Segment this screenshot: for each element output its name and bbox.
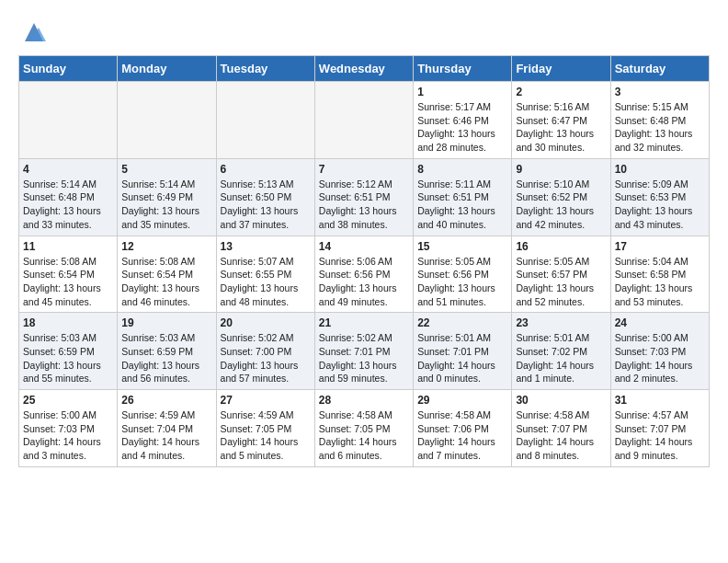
calendar-day-cell: 10Sunrise: 5:09 AM Sunset: 6:53 PM Dayli… — [610, 158, 709, 236]
calendar-day-cell: 11Sunrise: 5:08 AM Sunset: 6:54 PM Dayli… — [19, 236, 118, 313]
calendar-week-row: 1Sunrise: 5:17 AM Sunset: 6:46 PM Daylig… — [19, 82, 710, 159]
calendar-day-cell: 2Sunrise: 5:16 AM Sunset: 6:47 PM Daylig… — [512, 82, 610, 159]
calendar-day-cell: 15Sunrise: 5:05 AM Sunset: 6:56 PM Dayli… — [414, 236, 512, 313]
day-number: 16 — [516, 240, 606, 253]
day-info: Sunrise: 5:16 AM Sunset: 6:47 PM Dayligh… — [516, 100, 606, 155]
calendar-week-row: 25Sunrise: 5:00 AM Sunset: 7:03 PM Dayli… — [19, 390, 710, 467]
calendar-day-cell: 24Sunrise: 5:00 AM Sunset: 7:03 PM Dayli… — [610, 313, 709, 390]
day-info: Sunrise: 5:10 AM Sunset: 6:52 PM Dayligh… — [516, 178, 606, 232]
calendar-day-cell: 31Sunrise: 4:57 AM Sunset: 7:07 PM Dayli… — [610, 390, 709, 467]
day-number: 8 — [417, 163, 507, 176]
day-info: Sunrise: 5:12 AM Sunset: 6:51 PM Dayligh… — [319, 178, 409, 232]
day-number: 9 — [516, 163, 606, 176]
day-info: Sunrise: 4:59 AM Sunset: 7:04 PM Dayligh… — [121, 408, 211, 463]
calendar-day-cell: 23Sunrise: 5:01 AM Sunset: 7:02 PM Dayli… — [512, 313, 610, 390]
calendar-day-cell: 5Sunrise: 5:14 AM Sunset: 6:49 PM Daylig… — [118, 158, 216, 236]
logo — [18, 18, 48, 46]
day-number: 30 — [516, 394, 606, 407]
weekday-header: Friday — [512, 56, 610, 82]
day-number: 19 — [121, 316, 211, 329]
day-number: 29 — [417, 394, 507, 407]
day-info: Sunrise: 5:02 AM Sunset: 7:00 PM Dayligh… — [221, 331, 311, 385]
calendar-day-cell: 4Sunrise: 5:14 AM Sunset: 6:48 PM Daylig… — [19, 158, 118, 236]
day-info: Sunrise: 5:14 AM Sunset: 6:49 PM Dayligh… — [121, 178, 211, 232]
day-info: Sunrise: 5:09 AM Sunset: 6:53 PM Dayligh… — [615, 178, 705, 232]
day-number: 2 — [516, 86, 606, 98]
weekday-header: Monday — [118, 56, 216, 82]
calendar-day-cell: 12Sunrise: 5:08 AM Sunset: 6:54 PM Dayli… — [118, 236, 216, 313]
day-info: Sunrise: 4:58 AM Sunset: 7:05 PM Dayligh… — [319, 408, 409, 463]
calendar-day-cell: 9Sunrise: 5:10 AM Sunset: 6:52 PM Daylig… — [512, 158, 610, 236]
calendar-day-cell: 25Sunrise: 5:00 AM Sunset: 7:03 PM Dayli… — [19, 390, 118, 467]
calendar-day-cell: 6Sunrise: 5:13 AM Sunset: 6:50 PM Daylig… — [216, 158, 314, 236]
day-info: Sunrise: 5:01 AM Sunset: 7:02 PM Dayligh… — [516, 331, 606, 385]
day-info: Sunrise: 5:17 AM Sunset: 6:46 PM Dayligh… — [417, 100, 507, 155]
day-number: 7 — [319, 163, 409, 176]
day-number: 25 — [23, 394, 113, 407]
weekday-header: Sunday — [19, 56, 118, 82]
calendar-day-cell — [19, 82, 118, 159]
calendar-day-cell: 18Sunrise: 5:03 AM Sunset: 6:59 PM Dayli… — [19, 313, 118, 390]
calendar-day-cell — [118, 82, 216, 159]
day-number: 20 — [221, 316, 311, 329]
calendar-day-cell: 29Sunrise: 4:58 AM Sunset: 7:06 PM Dayli… — [414, 390, 512, 467]
day-number: 6 — [221, 163, 311, 176]
calendar-week-row: 18Sunrise: 5:03 AM Sunset: 6:59 PM Dayli… — [19, 313, 710, 390]
calendar-day-cell: 1Sunrise: 5:17 AM Sunset: 6:46 PM Daylig… — [414, 82, 512, 159]
day-info: Sunrise: 5:03 AM Sunset: 6:59 PM Dayligh… — [121, 331, 211, 385]
day-info: Sunrise: 5:04 AM Sunset: 6:58 PM Dayligh… — [615, 255, 705, 309]
day-number: 23 — [516, 316, 606, 329]
calendar-day-cell: 27Sunrise: 4:59 AM Sunset: 7:05 PM Dayli… — [216, 390, 314, 467]
calendar-day-cell: 8Sunrise: 5:11 AM Sunset: 6:51 PM Daylig… — [414, 158, 512, 236]
day-info: Sunrise: 5:05 AM Sunset: 6:56 PM Dayligh… — [417, 255, 507, 309]
weekday-header: Thursday — [414, 56, 512, 82]
day-number: 13 — [221, 240, 311, 253]
weekday-header: Saturday — [610, 56, 709, 82]
day-info: Sunrise: 5:03 AM Sunset: 6:59 PM Dayligh… — [23, 331, 113, 385]
day-number: 21 — [319, 316, 409, 329]
calendar-week-row: 4Sunrise: 5:14 AM Sunset: 6:48 PM Daylig… — [19, 158, 710, 236]
day-number: 18 — [23, 316, 113, 329]
day-number: 24 — [615, 316, 705, 329]
day-number: 15 — [417, 240, 507, 253]
day-info: Sunrise: 4:59 AM Sunset: 7:05 PM Dayligh… — [221, 408, 311, 463]
day-info: Sunrise: 5:06 AM Sunset: 6:56 PM Dayligh… — [319, 255, 409, 309]
day-info: Sunrise: 4:58 AM Sunset: 7:07 PM Dayligh… — [516, 408, 606, 463]
calendar-day-cell: 30Sunrise: 4:58 AM Sunset: 7:07 PM Dayli… — [512, 390, 610, 467]
calendar-day-cell: 21Sunrise: 5:02 AM Sunset: 7:01 PM Dayli… — [314, 313, 413, 390]
day-number: 3 — [615, 86, 705, 98]
calendar-table: SundayMondayTuesdayWednesdayThursdayFrid… — [18, 55, 710, 467]
day-info: Sunrise: 5:02 AM Sunset: 7:01 PM Dayligh… — [319, 331, 409, 385]
calendar-day-cell — [216, 82, 314, 159]
day-info: Sunrise: 5:00 AM Sunset: 7:03 PM Dayligh… — [615, 331, 705, 385]
day-number: 14 — [319, 240, 409, 253]
calendar-day-cell: 17Sunrise: 5:04 AM Sunset: 6:58 PM Dayli… — [610, 236, 709, 313]
day-number: 11 — [23, 240, 113, 253]
day-number: 31 — [615, 394, 705, 407]
day-info: Sunrise: 5:11 AM Sunset: 6:51 PM Dayligh… — [417, 178, 507, 232]
day-number: 28 — [319, 394, 409, 407]
day-number: 12 — [121, 240, 211, 253]
calendar-day-cell: 20Sunrise: 5:02 AM Sunset: 7:00 PM Dayli… — [216, 313, 314, 390]
day-info: Sunrise: 5:08 AM Sunset: 6:54 PM Dayligh… — [121, 255, 211, 309]
calendar-day-cell: 3Sunrise: 5:15 AM Sunset: 6:48 PM Daylig… — [610, 82, 709, 159]
logo-icon — [20, 18, 48, 46]
day-info: Sunrise: 4:58 AM Sunset: 7:06 PM Dayligh… — [417, 408, 507, 463]
calendar-day-cell: 22Sunrise: 5:01 AM Sunset: 7:01 PM Dayli… — [414, 313, 512, 390]
day-number: 4 — [23, 163, 113, 176]
calendar-header-row: SundayMondayTuesdayWednesdayThursdayFrid… — [19, 56, 710, 82]
day-info: Sunrise: 5:13 AM Sunset: 6:50 PM Dayligh… — [221, 178, 311, 232]
day-number: 17 — [615, 240, 705, 253]
weekday-header: Tuesday — [216, 56, 314, 82]
calendar-day-cell: 28Sunrise: 4:58 AM Sunset: 7:05 PM Dayli… — [314, 390, 413, 467]
day-number: 1 — [417, 86, 507, 98]
day-number: 26 — [121, 394, 211, 407]
day-info: Sunrise: 5:15 AM Sunset: 6:48 PM Dayligh… — [615, 100, 705, 155]
calendar-day-cell: 26Sunrise: 4:59 AM Sunset: 7:04 PM Dayli… — [118, 390, 216, 467]
calendar-day-cell: 14Sunrise: 5:06 AM Sunset: 6:56 PM Dayli… — [314, 236, 413, 313]
day-info: Sunrise: 5:00 AM Sunset: 7:03 PM Dayligh… — [23, 408, 113, 463]
day-number: 22 — [417, 316, 507, 329]
calendar-day-cell — [314, 82, 413, 159]
weekday-header: Wednesday — [314, 56, 413, 82]
day-info: Sunrise: 5:14 AM Sunset: 6:48 PM Dayligh… — [23, 178, 113, 232]
